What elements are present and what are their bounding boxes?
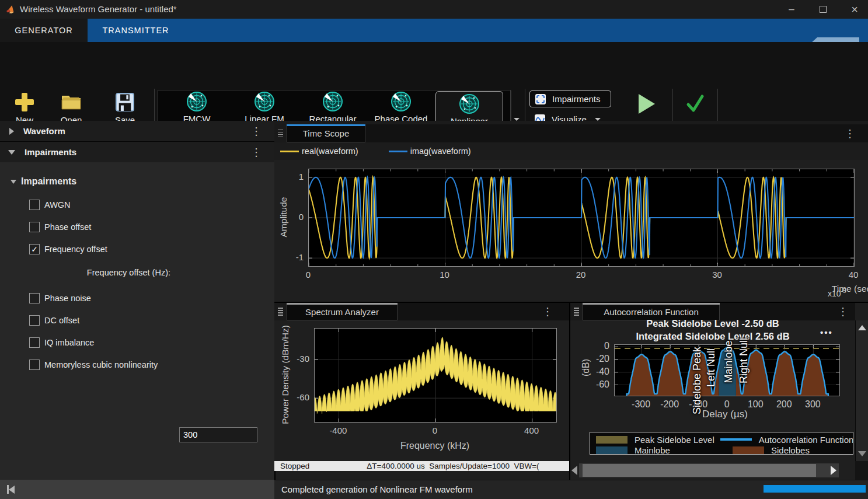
close-button[interactable]: × [841,0,868,19]
checkbox-awgn[interactable]: AWGN [29,200,71,210]
annotation-left-null: Left Null [705,348,717,387]
frequency-offset-input[interactable] [179,427,257,442]
collapse-arrow-icon [8,150,15,155]
checkbox-iq-imbalance[interactable]: IQ imbalance [29,337,94,348]
legend-swatch-mainlobe [596,446,628,454]
collapse-left-icon [9,486,15,494]
minimize-button[interactable]: – [778,0,805,19]
save-icon [114,91,136,113]
checkbox-phase-offset[interactable]: Phase offset [29,222,91,232]
impairments-toggle-button[interactable]: Impairments [529,90,611,107]
impairments-group-header[interactable]: Impairments [11,176,76,187]
vertical-scrollbar[interactable] [855,320,868,461]
plot-options-ellipsis-icon[interactable]: ••• [820,327,833,337]
annotation-sidelobe-peak: Sidelobe Peak [691,347,703,414]
waveform-section-header[interactable]: Waveform ⋮ [0,121,274,142]
tab-time-scope[interactable]: Time Scope [287,124,365,142]
active-tab-indicator [287,124,365,126]
annotation-right-null: Right Null [737,338,750,383]
legend-swatch-acf [720,438,752,441]
checkbox-frequency-offset[interactable]: ✓Frequency offset [29,244,107,254]
legend-label-psl: Peak Sidelobe Level [635,435,714,445]
tab-transmitter[interactable]: TRANSMITTER [88,19,184,42]
spectrum-status-details: ΔT=400.0000 us Samples/Update=1000 VBW=( [367,462,539,470]
time-scope-legend: real(waveform) imag(waveform) [274,142,868,160]
horizontal-scrollbar-track[interactable] [579,463,839,477]
gallery-item-fmcw[interactable]: FMCW [170,91,223,124]
legend-swatch-sidelobes [733,446,764,454]
spectrum-analyzer-canvas[interactable] [314,328,557,423]
annotation-mainlobe: Mainlobe [723,340,735,383]
autocorr-title-line2: Integrated Sidelobe Level 2.56 dB [570,331,855,342]
scroll-left-icon[interactable] [571,466,577,475]
kebab-menu-icon[interactable]: ⋮ [251,147,262,158]
legend-swatch-psl [596,436,628,444]
frequency-offset-label: Frequency offset (Hz): [0,268,170,277]
time-scope-xlabel: Time (secs) [785,284,868,294]
spectrum-status-state: Stopped [280,462,309,470]
collapse-panel-button[interactable] [7,485,15,494]
maximize-button[interactable] [810,0,836,19]
legend-label-real: real(waveform) [302,146,358,156]
check-icon [684,92,706,114]
spectrum-status-bar: Stopped ΔT=400.0000 us Samples/Update=10… [274,461,569,471]
panel-grip[interactable] [274,124,287,142]
gallery-item-linear-fm[interactable]: Linear FM [236,91,293,124]
chevron-down-icon [514,118,520,121]
checkbox-icon [29,360,40,370]
horizontal-scrollbar-thumb[interactable] [583,464,816,477]
matlab-logo-icon [6,4,16,15]
progress-bar [764,485,866,493]
maximize-icon [820,6,827,13]
expand-arrow-icon [9,128,14,135]
kebab-menu-icon[interactable]: ⋮ [838,306,848,317]
tab-spectrum-analyzer[interactable]: Spectrum Analyzer [287,303,398,320]
legend-swatch-imag [389,151,407,152]
checkbox-icon [29,293,40,303]
plus-icon [13,91,36,113]
impairments-panel: Impairments AWGN Phase offset ✓Frequency… [0,162,274,480]
scroll-up-icon[interactable] [858,325,866,330]
time-scope-x-multiplier: x10-5 [828,288,846,298]
impairments-section-header[interactable]: Impairments ⋮ [0,142,274,163]
checkbox-checked-icon: ✓ [29,244,40,254]
autocorr-title-line1: Peak Sidelobe Level -2.50 dB [570,318,855,329]
folder-icon [60,91,83,113]
kebab-menu-icon[interactable]: ⋮ [251,126,262,137]
ribbon: NewSession OpenSession SaveSession FILE [0,42,868,121]
legend-label-sidelobes: Sidelobes [771,445,810,455]
time-scope-canvas[interactable] [308,169,855,267]
panel-grip[interactable] [274,303,287,320]
scrollbar-corner [855,461,868,480]
checkbox-icon [29,200,40,210]
spectrum-plot-area[interactable]: Power Density (dBm/Hz) Frequency (kHz) [274,320,569,461]
checkbox-memoryless-cubic[interactable]: Memoryless cubic nonlinearity [29,360,158,370]
gallery-item-rectangular[interactable]: Rectangular [301,91,364,124]
horizontal-scrollbar-row [570,461,855,480]
app-tab-bar: GENERATOR TRANSMITTER ? [0,19,868,42]
spectrum-xlabel: Frequency (kHz) [365,441,505,451]
scroll-down-icon[interactable] [858,451,866,456]
impairments-icon [535,93,546,105]
autocorr-legend: Peak Sidelobe Level Autocorrelation Func… [590,432,853,455]
checkbox-phase-noise[interactable]: Phase noise [29,293,91,303]
status-bar-left [0,480,274,499]
kebab-menu-icon[interactable]: ⋮ [845,128,855,139]
scroll-right-icon[interactable] [831,466,836,475]
status-message: Completed generation of Nonlinear FM wav… [281,484,473,494]
wireless-waveform-generator-window: Wireless Waveform Generator - untitled* … [0,0,868,499]
legend-label-acf: Autocorrelation Function [759,435,853,445]
checkbox-dc-offset[interactable]: DC offset [29,315,79,326]
window-title: Wireless Waveform Generator - untitled* [20,4,177,14]
kebab-menu-icon[interactable]: ⋮ [542,306,553,317]
time-scope-plot-area[interactable]: Amplitude Time (secs) x10-5 01020304010-… [274,160,868,302]
gallery-item-phase-coded[interactable]: Phase Coded [369,91,433,124]
play-icon [633,91,658,117]
tab-generator[interactable]: GENERATOR [0,19,88,42]
title-bar: Wireless Waveform Generator - untitled* … [0,0,868,19]
checkbox-icon [29,315,40,326]
checkbox-icon [29,337,40,348]
autocorr-xlabel: Delay (µs) [655,409,795,420]
autocorrelation-plot-area[interactable]: Peak Sidelobe Level -2.50 dB Integrated … [570,320,855,461]
legend-label-mainlobe: Mainlobe [635,445,727,455]
